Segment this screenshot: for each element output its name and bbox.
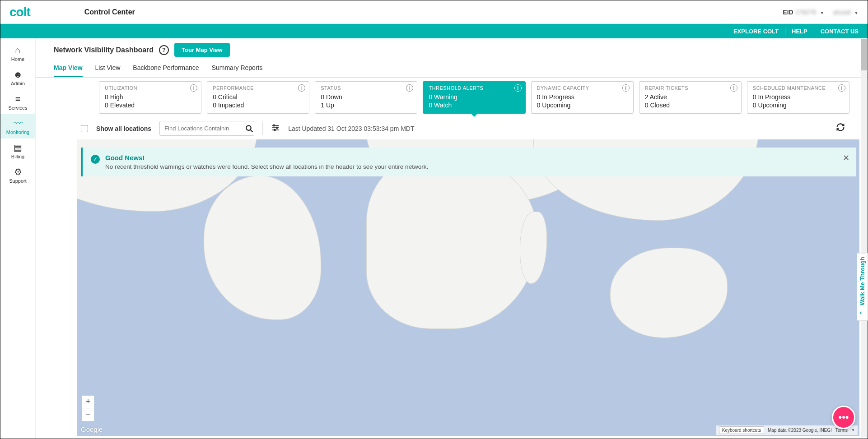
- card-dynamic-capacity[interactable]: iDYNAMIC CAPACITY0 In Progress0 Upcoming: [531, 81, 634, 114]
- brand-logo[interactable]: colt: [9, 5, 30, 19]
- chevron-down-icon: ▼: [854, 10, 859, 15]
- tab-list-view[interactable]: List View: [95, 64, 121, 77]
- search-icon: [245, 125, 253, 133]
- info-icon[interactable]: i: [622, 84, 630, 92]
- card-title: PERFORMANCE: [213, 85, 303, 91]
- search-input[interactable]: [160, 121, 245, 135]
- map-data-attrib: Map data ©2023 Google, INEGI: [768, 428, 832, 433]
- close-icon[interactable]: ✕: [843, 153, 849, 163]
- sidebar: ⌂Home ☻Admin ≡Services 〰Monitoring ▤Bill…: [0, 38, 36, 439]
- svg-point-6: [276, 127, 278, 128]
- svg-point-7: [274, 129, 275, 130]
- content: Network Visibility Dashboard ? Tour Map …: [36, 38, 868, 439]
- card-line: 2 Active: [645, 93, 736, 101]
- chevron-down-icon[interactable]: ▼: [851, 428, 855, 432]
- sidebar-item-services[interactable]: ≡Services: [0, 90, 35, 114]
- help-icon[interactable]: ?: [159, 45, 169, 55]
- alert-banner: ✓ Good News! No recent threshold warning…: [81, 148, 856, 176]
- billing-icon: ▤: [14, 143, 22, 152]
- card-threshold-alerts[interactable]: iTHRESHOLD ALERTS0 Warning0 Watch: [423, 81, 525, 114]
- card-utilization[interactable]: iUTILIZATION0 High0 Elevated: [99, 81, 201, 114]
- sidebar-item-admin[interactable]: ☻Admin: [0, 65, 35, 90]
- link-explore[interactable]: EXPLORE COLT: [733, 28, 779, 35]
- tab-map-view[interactable]: Map View: [54, 64, 83, 77]
- show-all-label: Show all locations: [96, 125, 151, 132]
- eid-dropdown[interactable]: EID 178276 ▼: [783, 9, 824, 16]
- header-links-bar: EXPLORE COLT HELP CONTACT US: [0, 24, 868, 38]
- card-title: THRESHOLD ALERTS: [429, 85, 519, 91]
- refresh-button[interactable]: [836, 123, 845, 134]
- card-scheduled-maintenance[interactable]: iSCHEDULED MAINTENANCE0 In Progress0 Upc…: [747, 81, 849, 114]
- support-icon: ⚙: [14, 167, 22, 176]
- card-title: REPAIR TICKETS: [645, 85, 736, 91]
- map-area[interactable]: ✓ Good News! No recent threshold warning…: [77, 139, 859, 436]
- tab-summary[interactable]: Summary Reports: [212, 64, 263, 77]
- info-icon[interactable]: i: [406, 84, 413, 92]
- card-performance[interactable]: iPERFORMANCE0 Critical0 Impacted: [207, 81, 309, 114]
- eid-label: EID: [783, 9, 793, 16]
- google-logo: Google: [81, 425, 103, 433]
- tour-button[interactable]: Tour Map View: [174, 43, 230, 57]
- map-land: [204, 176, 321, 320]
- info-icon[interactable]: i: [838, 84, 845, 92]
- card-status[interactable]: iSTATUS0 Down1 Up: [315, 81, 417, 114]
- user-name: anusd: [833, 9, 850, 16]
- svg-line-1: [250, 129, 252, 132]
- tab-backbone[interactable]: Backbone Performance: [133, 64, 199, 77]
- admin-icon: ☻: [13, 70, 23, 79]
- card-title: DYNAMIC CAPACITY: [537, 85, 628, 91]
- sidebar-item-label: Home: [11, 56, 24, 62]
- zoom-in-button[interactable]: +: [82, 396, 94, 408]
- chat-button[interactable]: •••: [832, 406, 855, 429]
- summary-cards: iUTILIZATION0 High0 Elevated iPERFORMANC…: [36, 78, 868, 117]
- svg-point-0: [246, 125, 251, 130]
- scroll-thumb[interactable]: [861, 39, 867, 70]
- refresh-icon: [836, 123, 845, 132]
- card-line: 0 In Progress: [537, 93, 628, 101]
- card-line: 0 Elevated: [105, 102, 196, 109]
- user-dropdown[interactable]: anusd ▼: [833, 9, 859, 16]
- sidebar-item-label: Monitoring: [6, 129, 29, 135]
- sidebar-item-monitoring[interactable]: 〰Monitoring: [0, 114, 35, 139]
- filter-icon: [271, 123, 280, 132]
- card-repair-tickets[interactable]: iREPAIR TICKETS2 Active0 Closed: [639, 81, 742, 114]
- card-title: STATUS: [321, 85, 411, 91]
- card-line: 0 Watch: [429, 102, 519, 109]
- scrollbar[interactable]: [861, 39, 867, 437]
- info-icon[interactable]: i: [190, 84, 197, 92]
- sidebar-item-label: Services: [8, 105, 27, 111]
- zoom-out-button[interactable]: −: [82, 408, 94, 421]
- card-title: UTILIZATION: [105, 85, 196, 91]
- page-title: Network Visibility Dashboard: [54, 46, 154, 54]
- show-all-checkbox[interactable]: [81, 125, 88, 132]
- card-title: SCHEDULED MAINTENANCE: [753, 85, 844, 91]
- sidebar-item-billing[interactable]: ▤Billing: [0, 139, 35, 163]
- walk-me-through-button[interactable]: ⌃ Walk Me Through: [857, 253, 868, 320]
- home-icon: ⌂: [15, 46, 20, 55]
- eid-value: 178276: [795, 9, 817, 16]
- info-icon[interactable]: i: [514, 84, 522, 92]
- separator: [814, 28, 814, 35]
- last-updated: Last Updated 31 Oct 2023 03:53:34 pm MDT: [288, 125, 414, 132]
- card-line: 0 Closed: [645, 102, 736, 109]
- header-right: EID 178276 ▼ anusd ▼: [783, 9, 859, 16]
- page-head: Network Visibility Dashboard ? Tour Map …: [36, 38, 868, 60]
- keyboard-shortcuts-button[interactable]: Keyboard shortcuts: [719, 426, 764, 434]
- info-icon[interactable]: i: [730, 84, 737, 92]
- card-line: 0 Upcoming: [753, 102, 844, 109]
- walkme-label: Walk Me Through: [859, 257, 866, 305]
- services-icon: ≡: [15, 94, 21, 103]
- card-line: 0 In Progress: [753, 93, 844, 101]
- sidebar-item-support[interactable]: ⚙Support: [0, 163, 35, 187]
- card-line: 1 Up: [321, 102, 411, 109]
- filter-button[interactable]: [271, 123, 280, 134]
- search-button[interactable]: [245, 121, 254, 135]
- map-land: [520, 212, 547, 284]
- svg-point-5: [273, 125, 275, 126]
- sidebar-item-home[interactable]: ⌂Home: [0, 41, 35, 65]
- app-title: Control Center: [84, 8, 135, 16]
- card-line: 0 Upcoming: [537, 102, 628, 109]
- info-icon[interactable]: i: [298, 84, 305, 92]
- link-contact[interactable]: CONTACT US: [821, 28, 859, 35]
- link-help[interactable]: HELP: [792, 28, 807, 35]
